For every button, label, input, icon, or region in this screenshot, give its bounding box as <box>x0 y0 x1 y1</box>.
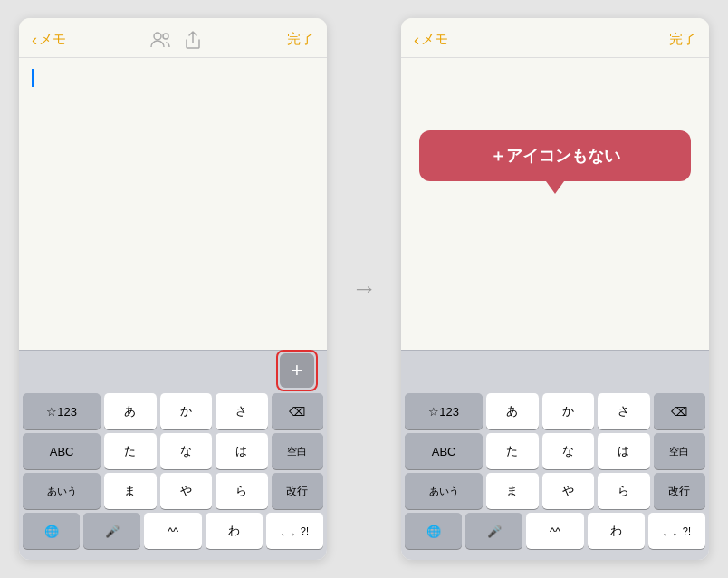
kb-key-a[interactable]: あ <box>104 393 156 429</box>
kb-key-ha[interactable]: は <box>216 433 267 469</box>
r-kb-key-na[interactable]: な <box>542 433 594 469</box>
r-kb-key-mic[interactable]: 🎤 <box>465 513 522 549</box>
r-kb-key-globe[interactable]: 🌐 <box>405 513 462 549</box>
kb-key-ya[interactable]: や <box>160 473 212 509</box>
r-kb-key-ha[interactable]: は <box>598 433 649 469</box>
kb-key-aiue[interactable]: あいう <box>23 473 101 509</box>
r-kb-key-ya[interactable]: や <box>542 473 594 509</box>
share-icon[interactable] <box>182 29 204 51</box>
kb-key-ka[interactable]: か <box>160 393 212 429</box>
kb-key-sa[interactable]: さ <box>216 393 267 429</box>
r-kb-row-2: ABC た な は 空白 <box>405 433 705 469</box>
r-kb-key-sa[interactable]: さ <box>598 393 649 429</box>
kb-row-1: ☆123 あ か さ ⌫ <box>23 393 323 429</box>
svg-point-1 <box>163 34 168 39</box>
kb-key-punct[interactable]: 、。?! <box>266 513 323 549</box>
right-chevron-icon: ‹ <box>414 32 419 48</box>
kb-key-return[interactable]: 改行 <box>272 473 323 509</box>
left-keyboard-toolbar: + <box>19 350 327 390</box>
kb-key-globe[interactable]: 🌐 <box>23 513 80 549</box>
r-kb-key-space[interactable]: 空白 <box>654 433 705 469</box>
r-kb-key-aiue[interactable]: あいう <box>405 473 483 509</box>
kb-key-mic[interactable]: 🎤 <box>83 513 140 549</box>
arrow-container: → <box>341 275 387 303</box>
kb-key-ra[interactable]: ら <box>216 473 267 509</box>
kb-key-ma[interactable]: ま <box>104 473 156 509</box>
left-chevron-icon: ‹ <box>32 32 37 48</box>
kb-key-123[interactable]: ☆123 <box>23 393 101 429</box>
right-keyboard-toolbar <box>401 350 709 390</box>
kb-row-2: ABC た な は 空白 <box>23 433 323 469</box>
r-kb-row-3: あいう ま や ら 改行 <box>405 473 705 509</box>
plus-button[interactable]: + <box>280 353 314 388</box>
left-nav-icons <box>149 29 204 51</box>
r-kb-key-del[interactable]: ⌫ <box>654 393 705 429</box>
right-done-button[interactable]: 完了 <box>669 31 696 48</box>
kb-row-3: あいう ま や ら 改行 <box>23 473 323 509</box>
r-kb-key-return[interactable]: 改行 <box>654 473 705 509</box>
r-kb-row-1: ☆123 あ か さ ⌫ <box>405 393 705 429</box>
left-back-button[interactable]: ‹ メモ <box>32 31 66 48</box>
kb-key-carets[interactable]: ^^ <box>144 513 201 549</box>
main-container: ‹ メモ <box>0 0 728 578</box>
r-kb-key-123[interactable]: ☆123 <box>405 393 483 429</box>
kb-key-del[interactable]: ⌫ <box>272 393 323 429</box>
left-note-area[interactable] <box>19 58 327 350</box>
tooltip-bubble: ＋アイコンもない <box>419 130 691 181</box>
right-nav-bar: ‹ メモ 完了 <box>401 18 709 58</box>
left-nav-bar: ‹ メモ <box>19 18 327 58</box>
r-kb-key-ka[interactable]: か <box>542 393 594 429</box>
right-note-area[interactable]: ＋アイコンもない <box>401 58 709 350</box>
plus-button-wrapper: + <box>276 350 318 391</box>
r-kb-key-abc[interactable]: ABC <box>405 433 483 469</box>
left-back-label: メモ <box>39 31 66 48</box>
kb-row-4: 🌐 🎤 ^^ わ 、。?! <box>23 513 323 549</box>
right-back-button[interactable]: ‹ メモ <box>414 31 448 48</box>
text-cursor <box>32 69 34 87</box>
r-kb-row-4: 🌐 🎤 ^^ わ 、。?! <box>405 513 705 549</box>
kb-key-space[interactable]: 空白 <box>272 433 323 469</box>
r-kb-key-ta[interactable]: た <box>486 433 538 469</box>
kb-key-wa[interactable]: わ <box>206 513 263 549</box>
right-phone-panel: ‹ メモ 完了 ＋アイコンもない ☆123 あ か さ ⌫ ABC た <box>401 18 709 560</box>
left-phone-panel: ‹ メモ <box>19 18 327 560</box>
kb-key-abc[interactable]: ABC <box>23 433 101 469</box>
right-back-label: メモ <box>421 31 448 48</box>
r-kb-key-ra[interactable]: ら <box>598 473 649 509</box>
left-keyboard: ☆123 あ か さ ⌫ ABC た な は 空白 あいう ま や ら 改行 <box>19 390 327 560</box>
right-keyboard: ☆123 あ か さ ⌫ ABC た な は 空白 あいう ま や ら 改行 <box>401 390 709 560</box>
kb-key-ta[interactable]: た <box>104 433 156 469</box>
svg-point-0 <box>154 33 161 40</box>
kb-key-na[interactable]: な <box>160 433 212 469</box>
left-done-button[interactable]: 完了 <box>287 31 314 48</box>
r-kb-key-a[interactable]: あ <box>486 393 538 429</box>
tooltip-text: ＋アイコンもない <box>490 145 620 167</box>
r-kb-key-carets[interactable]: ^^ <box>526 513 583 549</box>
r-kb-key-ma[interactable]: ま <box>486 473 538 509</box>
r-kb-key-punct[interactable]: 、。?! <box>648 513 705 549</box>
people-icon[interactable] <box>149 29 171 51</box>
arrow-icon: → <box>351 275 377 303</box>
r-kb-key-wa[interactable]: わ <box>588 513 645 549</box>
